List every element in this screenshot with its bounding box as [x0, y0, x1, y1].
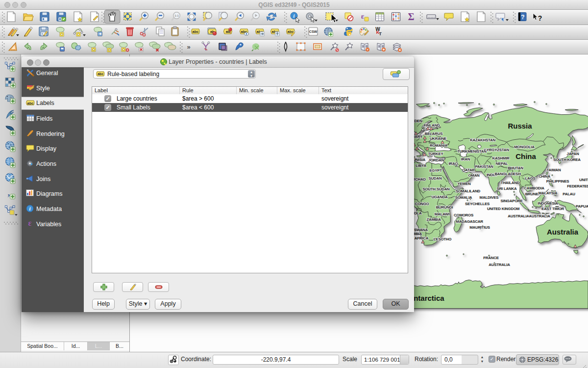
svg-text:BURUNDI: BURUNDI: [436, 205, 453, 210]
svg-text:KASHMIR: KASHMIR: [492, 156, 510, 160]
svg-text:Σ: Σ: [408, 11, 414, 22]
svg-text:?: ?: [521, 14, 524, 21]
svg-text:COMOROS: COMOROS: [454, 213, 473, 217]
svg-text:KYRGYZSTAN: KYRGYZSTAN: [484, 148, 509, 152]
svg-text:MONGOLIA: MONGOLIA: [514, 145, 535, 149]
svg-text:BHUTAN: BHUTAN: [508, 166, 523, 170]
svg-text:abc: abc: [193, 29, 199, 34]
svg-text:CHAD: CHAD: [415, 177, 426, 182]
svg-text:MALAWI: MALAWI: [435, 212, 450, 216]
svg-text:1:1: 1:1: [174, 14, 179, 17]
svg-text:LAOS: LAOS: [525, 176, 536, 181]
svg-text:FINLAND: FINLAND: [424, 123, 440, 128]
svg-text:China: China: [515, 152, 536, 160]
svg-text:,: ,: [7, 187, 10, 198]
svg-text:EAST TIMOR: EAST TIMOR: [541, 207, 564, 211]
svg-text:TURKMENISTAN: TURKMENISTAN: [457, 149, 487, 154]
svg-text:UNITED: UNITED: [579, 178, 588, 182]
svg-text:SUDAN: SUDAN: [429, 176, 442, 181]
svg-text:SEYCHELLES: SEYCHELLES: [465, 202, 490, 206]
svg-text:IRAN: IRAN: [461, 157, 470, 161]
svg-text:LIBYA: LIBYA: [416, 163, 426, 168]
svg-text:BELARUS: BELARUS: [425, 131, 442, 136]
svg-text:BRUNEI: BRUNEI: [525, 192, 539, 196]
svg-text:CSW: CSW: [309, 30, 318, 33]
svg-text:BANGLADESH: BANGLADESH: [494, 172, 521, 176]
svg-text:T: T: [379, 31, 382, 36]
svg-text:IRAQ: IRAQ: [449, 161, 458, 166]
svg-text:ε: ε: [361, 12, 365, 20]
svg-text:JORDAN: JORDAN: [428, 158, 444, 162]
svg-text:UGANDA: UGANDA: [431, 195, 448, 199]
svg-text:NEPAL: NEPAL: [496, 161, 508, 166]
svg-text:ROMANIA: ROMANIA: [430, 143, 447, 148]
svg-text:Australia: Australia: [547, 228, 579, 236]
svg-text:YEMEN: YEMEN: [458, 182, 471, 186]
svg-text:JAPAN: JAPAN: [567, 152, 579, 156]
svg-text:EGYPT: EGYPT: [429, 168, 442, 173]
svg-text:INDONESIA: INDONESIA: [538, 201, 558, 206]
svg-text:CONGO: CONGO: [415, 202, 429, 206]
svg-text:MAURITIUS: MAURITIUS: [469, 225, 490, 230]
svg-text:SRI LANKA: SRI LANKA: [497, 186, 517, 191]
svg-text:CAMBODIA: CAMBODIA: [524, 186, 544, 190]
svg-text:MALDIVES: MALDIVES: [480, 195, 499, 200]
svg-text:ZAMBIA: ZAMBIA: [426, 217, 441, 222]
svg-text:PAPUA: PAPUA: [576, 204, 588, 209]
svg-text:SOMALILAND: SOMALILAND: [456, 189, 481, 193]
svg-text:SOMALIA: SOMALIA: [455, 195, 472, 200]
svg-text:FEDERATED: FEDERATED: [567, 184, 588, 188]
svg-text:MALAYSIA: MALAYSIA: [539, 191, 558, 195]
svg-text:CHINA: CHINA: [539, 174, 550, 179]
svg-text:UKRAINE: UKRAINE: [430, 136, 446, 141]
svg-text:PAKISTAN: PAKISTAN: [475, 164, 493, 169]
svg-text:TURKEY: TURKEY: [428, 152, 444, 156]
svg-text:SINGAPORE: SINGAPORE: [500, 199, 522, 203]
svg-text:KAZAKHSTAN: KAZAKHSTAN: [470, 138, 495, 142]
svg-text:i: i: [294, 13, 295, 19]
svg-text:PALAU: PALAU: [563, 192, 575, 196]
svg-text:QATAR: QATAR: [462, 168, 475, 172]
svg-text:MADAGASCAR: MADAGASCAR: [456, 219, 483, 224]
svg-text:SOUTH SUDAN: SOUTH SUDAN: [422, 187, 450, 191]
svg-text:FRANCE: FRANCE: [483, 256, 498, 260]
svg-text:UNITED KINGDOM: UNITED KINGDOM: [487, 207, 520, 211]
svg-text:AUSTRALIA: AUSTRALIA: [508, 214, 529, 218]
svg-text:THAILAND: THAILAND: [501, 181, 520, 185]
svg-text:SOUTH KOREA: SOUTH KOREA: [553, 158, 581, 162]
svg-text:»: »: [187, 43, 190, 51]
svg-text:Russia: Russia: [508, 122, 532, 130]
svg-text:?: ?: [538, 14, 542, 22]
svg-text:OMAN: OMAN: [468, 173, 480, 178]
svg-text:PHILIPPINES: PHILIPPINES: [546, 179, 569, 184]
svg-text:abc: abc: [98, 72, 103, 76]
svg-text:AUSTRALIA: AUSTRALIA: [529, 214, 550, 218]
svg-text:TAIWAN: TAIWAN: [546, 168, 561, 172]
svg-text:LESOTHO: LESOTHO: [434, 237, 452, 241]
svg-text:AUSTRALIA: AUSTRALIA: [489, 263, 510, 267]
